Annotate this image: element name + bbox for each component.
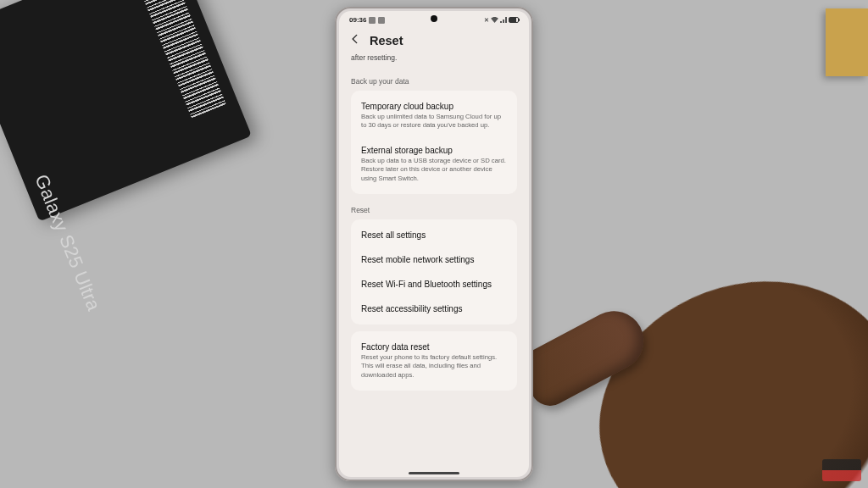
section-label-reset: Reset: [351, 201, 517, 219]
row-title: Reset Wi-Fi and Bluetooth settings: [361, 280, 507, 289]
watermark-logo: [822, 459, 861, 481]
row-temporary-cloud-backup[interactable]: Temporary cloud backup Back up unlimited…: [351, 94, 517, 138]
row-title: Reset all settings: [361, 230, 507, 240]
row-reset-mobile-network[interactable]: Reset mobile network settings: [351, 247, 517, 272]
row-title: Reset accessibility settings: [361, 304, 507, 313]
back-icon[interactable]: [349, 33, 361, 48]
battery-icon: [509, 17, 519, 23]
phone-frame: 09:36 ✕ Reset after: [335, 7, 533, 481]
reset-card: Reset all settings Reset mobile network …: [351, 219, 517, 324]
section-label-backup: Back up your data: [351, 72, 517, 91]
prop-top-right: [826, 8, 868, 76]
status-notif-icon: [378, 17, 385, 24]
row-reset-accessibility[interactable]: Reset accessibility settings: [351, 297, 517, 321]
row-desc: Reset your phone to its factory default …: [361, 353, 507, 380]
front-camera: [431, 15, 437, 22]
gesture-nav-indicator[interactable]: [409, 472, 459, 474]
status-notif-icon: [369, 17, 376, 24]
row-reset-wifi-bluetooth[interactable]: Reset Wi-Fi and Bluetooth settings: [351, 272, 517, 297]
row-title: Temporary cloud backup: [361, 102, 507, 111]
row-desc: Back up unlimited data to Samsung Cloud …: [361, 113, 507, 130]
row-title: Factory data reset: [361, 342, 507, 352]
signal-icon: [500, 17, 507, 24]
row-factory-data-reset[interactable]: Factory data reset Reset your phone to i…: [351, 335, 517, 387]
page-title: Reset: [370, 34, 403, 47]
intro-text-fragment: after resetting.: [351, 53, 517, 72]
backup-card: Temporary cloud backup Back up unlimited…: [351, 91, 517, 194]
product-box: Galaxy S25 Ultra: [0, 0, 252, 221]
factory-card: Factory data reset Reset your phone to i…: [351, 331, 517, 391]
page-header: Reset: [339, 26, 529, 53]
settings-content: after resetting. Back up your data Tempo…: [339, 53, 529, 404]
row-external-storage-backup[interactable]: External storage backup Back up data to …: [351, 138, 517, 191]
vibrate-icon: ✕: [484, 17, 489, 24]
status-time: 09:36: [349, 16, 366, 24]
barcode-sticker: [131, 0, 226, 118]
row-desc: Back up data to a USB storage device or …: [361, 157, 507, 183]
row-reset-all-settings[interactable]: Reset all settings: [351, 223, 517, 247]
row-title: External storage backup: [361, 146, 507, 155]
row-title: Reset mobile network settings: [361, 255, 507, 264]
wifi-icon: [491, 17, 498, 24]
phone-screen: 09:36 ✕ Reset after: [339, 11, 529, 477]
product-box-label: Galaxy S25 Ultra: [30, 171, 104, 313]
